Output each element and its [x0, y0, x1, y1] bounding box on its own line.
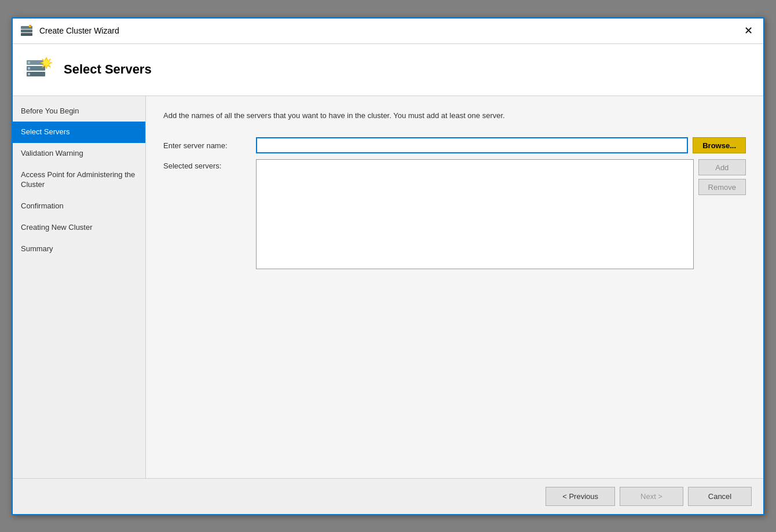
previous-button[interactable]: < Previous	[546, 487, 615, 506]
selected-servers-listbox[interactable]	[256, 159, 694, 269]
sidebar-item-select-servers[interactable]: Select Servers	[13, 122, 145, 143]
svg-rect-9	[28, 67, 30, 69]
sidebar-item-creating-cluster[interactable]: Creating New Cluster	[13, 217, 145, 239]
content-area: Add the names of all the servers that yo…	[146, 96, 763, 478]
sidebar-item-validation-warning[interactable]: Validation Warning	[13, 143, 145, 164]
remove-button[interactable]: Remove	[698, 179, 746, 195]
browse-button[interactable]: Browse...	[693, 137, 746, 153]
next-button[interactable]: Next >	[620, 487, 683, 506]
svg-rect-10	[28, 73, 30, 75]
description-text: Add the names of all the servers that yo…	[163, 110, 746, 122]
header-wizard-icon	[24, 54, 54, 85]
footer: < Previous Next > Cancel	[13, 478, 763, 514]
wizard-icon	[20, 24, 34, 38]
selected-servers-label: Selected servers:	[163, 159, 256, 170]
sidebar-item-summary[interactable]: Summary	[13, 239, 145, 260]
add-remove-column: Add Remove	[698, 159, 746, 195]
sidebar-item-confirmation[interactable]: Confirmation	[13, 196, 145, 217]
sidebar: Before You Begin Select Servers Validati…	[13, 96, 146, 478]
svg-marker-12	[42, 58, 51, 67]
server-name-label: Enter server name:	[163, 141, 256, 150]
header-section: Select Servers	[13, 44, 763, 96]
title-bar: Create Cluster Wizard ✕	[13, 19, 763, 44]
title-bar-left: Create Cluster Wizard	[20, 24, 119, 38]
cancel-button[interactable]: Cancel	[688, 487, 752, 506]
page-title: Select Servers	[64, 62, 152, 77]
close-button[interactable]: ✕	[741, 24, 756, 37]
title-bar-title: Create Cluster Wizard	[39, 26, 119, 35]
sidebar-item-access-point[interactable]: Access Point for Administering the Clust…	[13, 164, 145, 196]
add-button[interactable]: Add	[698, 159, 746, 175]
svg-rect-2	[21, 33, 32, 36]
main-content: Before You Begin Select Servers Validati…	[13, 96, 763, 478]
server-name-input[interactable]	[256, 137, 688, 153]
svg-rect-8	[28, 61, 30, 64]
selected-servers-row: Selected servers: Add Remove	[163, 159, 746, 269]
svg-rect-1	[21, 30, 32, 32]
sidebar-item-before-you-begin[interactable]: Before You Begin	[13, 101, 145, 122]
create-cluster-wizard-window: Create Cluster Wizard ✕ Select Servers B…	[12, 17, 764, 515]
server-name-row: Enter server name: Browse...	[163, 137, 746, 153]
